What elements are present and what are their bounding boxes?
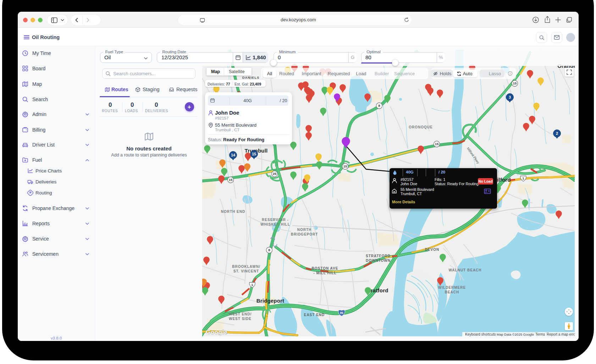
svg-text:BEACH: BEACH xyxy=(445,290,459,294)
svg-text:1: 1 xyxy=(251,283,253,287)
svg-text:15: 15 xyxy=(229,178,233,182)
svg-text:15: 15 xyxy=(343,164,347,168)
svg-text:Keyboard shortcuts: Keyboard shortcuts xyxy=(465,332,496,336)
svg-text:NORTH END: NORTH END xyxy=(221,210,245,214)
svg-text:1: 1 xyxy=(522,176,524,180)
svg-text:15: 15 xyxy=(252,152,256,156)
svg-text:Map Data ©2025 Google: Map Data ©2025 Google xyxy=(497,332,534,336)
svg-text:95: 95 xyxy=(340,311,343,315)
svg-text:- MILL HILL: - MILL HILL xyxy=(313,271,336,275)
svg-text:RESERVOIR -: RESERVOIR - xyxy=(262,218,289,222)
svg-text:2: 2 xyxy=(556,131,558,136)
svg-text:14: 14 xyxy=(231,153,236,157)
svg-text:EAST END: EAST END xyxy=(304,313,325,317)
svg-text:Terms: Terms xyxy=(535,332,545,336)
svg-text:WEST END/: WEST END/ xyxy=(229,312,252,316)
svg-text:ORONOQUE: ORONOQUE xyxy=(409,125,432,129)
svg-text:WALNUT BEACH: WALNUT BEACH xyxy=(448,268,481,272)
svg-text:3: 3 xyxy=(509,95,511,99)
svg-text:15: 15 xyxy=(513,81,517,85)
svg-text:Report a map error: Report a map error xyxy=(547,332,575,336)
svg-text:BRIDGEPORT: BRIDGEPORT xyxy=(291,232,318,236)
svg-text:STRATFORD: STRATFORD xyxy=(366,254,391,258)
svg-text:BOSTON AVE: BOSTON AVE xyxy=(312,266,338,270)
svg-text:BROOKLAWN/: BROOKLAWN/ xyxy=(232,265,260,269)
svg-text:DEVON: DEVON xyxy=(425,248,440,252)
svg-text:DOWNTOWN: DOWNTOWN xyxy=(366,259,391,263)
svg-text:WEST SIDE: WEST SIDE xyxy=(229,317,252,321)
svg-text:WILDERMERE: WILDERMERE xyxy=(438,286,466,289)
svg-text:Bridgeport: Bridgeport xyxy=(256,298,285,304)
svg-text:NORTH: NORTH xyxy=(297,228,312,232)
svg-text:WHISKEY HILL: WHISKEY HILL xyxy=(260,222,290,226)
svg-text:25: 25 xyxy=(273,172,277,176)
svg-text:15: 15 xyxy=(435,142,439,146)
svg-text:8: 8 xyxy=(268,248,270,252)
svg-text:8: 8 xyxy=(378,104,380,107)
svg-text:DANIELS: DANIELS xyxy=(242,76,260,79)
svg-text:ST. VINCENT: ST. VINCENT xyxy=(233,269,259,273)
svg-text:Google: Google xyxy=(206,329,228,336)
